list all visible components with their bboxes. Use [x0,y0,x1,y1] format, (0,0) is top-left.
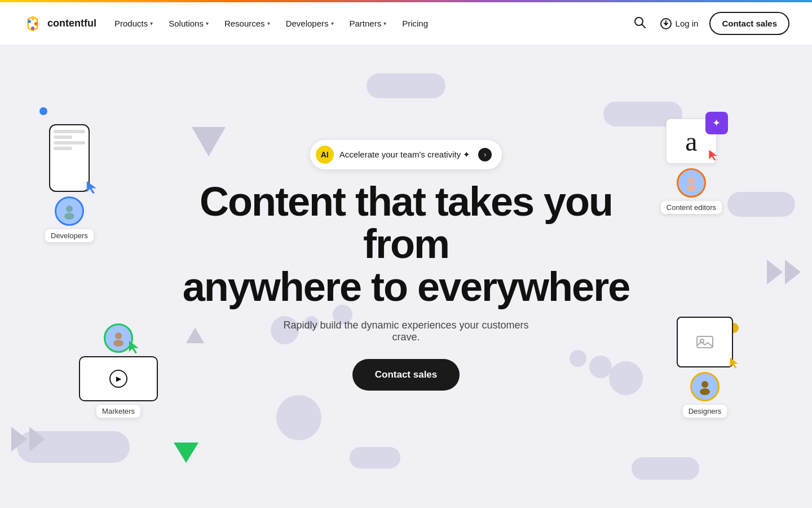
designers-float: Designers [677,317,733,418]
svg-point-10 [66,205,73,212]
login-button[interactable]: Log in [660,17,699,30]
svg-point-13 [688,177,695,184]
hero-section: Developers a ✦ [0,45,812,508]
hero-title: Content that takes you from anywhere to … [175,181,637,309]
login-icon [660,17,672,30]
svg-point-22 [700,388,710,395]
cursor-yellow-icon [729,356,742,372]
search-button[interactable] [632,14,648,33]
svg-marker-12 [709,150,717,160]
svg-marker-17 [129,341,139,353]
contact-sales-nav-button[interactable]: Contact sales [709,12,789,35]
hero-subtitle: Rapidly build the dynamic experiences yo… [276,319,536,343]
chevron-down-icon: ▾ [331,20,334,27]
search-icon [634,16,646,29]
designers-label: Designers [683,405,727,418]
svg-point-15 [115,332,122,339]
nav-solutions[interactable]: Solutions ▾ [169,19,209,28]
deco-pill-right [727,192,795,217]
svg-point-16 [113,340,123,347]
developer-avatar [55,196,84,226]
svg-point-14 [686,185,696,191]
logo-icon [23,14,43,34]
hero-content: AI Accelerate your team's creativity ✦ ›… [164,129,648,402]
logo-text: contentful [47,17,96,29]
chevron-down-icon: ▾ [206,20,209,27]
svg-point-4 [32,18,34,20]
nav-left: contentful Products ▾ Solutions ▾ Resour… [23,14,428,34]
logo[interactable]: contentful [23,14,96,34]
svg-point-3 [31,27,34,30]
deco-pill-top [367,73,445,98]
main-nav: contentful Products ▾ Solutions ▾ Resour… [0,2,812,45]
image-mockup [677,317,733,367]
content-editors-float: a ✦ [661,119,722,214]
svg-rect-18 [697,336,713,348]
hero-cta-button[interactable]: Contact sales [352,359,460,391]
cursor-green-icon [127,339,143,357]
designer-avatar [690,372,720,401]
nav-resources[interactable]: Resources ▾ [224,19,270,28]
developers-label: Developers [45,229,94,242]
ai-label: AI [316,146,334,164]
nav-partners[interactable]: Partners ▾ [350,19,387,28]
chevron-down-icon: ▾ [383,20,386,27]
marketers-float: ▶ Marketers [79,323,158,418]
video-mockup: ▶ [79,356,158,401]
content-editors-label: Content editors [661,201,722,214]
cursor-red-icon [708,137,721,168]
svg-point-2 [34,22,38,25]
nav-products[interactable]: Products ▾ [114,19,153,28]
deco-pill-bottom-right [632,457,699,480]
content-editor-avatar [677,168,706,198]
nav-developers[interactable]: Developers ▾ [286,19,334,28]
ai-badge-arrow: › [478,148,492,161]
ai-sparkle-button: ✦ [705,112,728,134]
deco-circle-blue [39,107,47,115]
svg-marker-20 [730,357,738,368]
svg-point-1 [28,20,31,23]
svg-line-6 [642,25,645,28]
developers-float: Developers [45,124,94,242]
deco-double-chevron-left [11,427,45,452]
ai-badge[interactable]: AI Accelerate your team's creativity ✦ › [310,140,502,169]
marketers-label: Marketers [96,405,140,418]
ai-badge-text: Accelerate your team's creativity ✦ [339,150,471,160]
svg-point-21 [701,381,708,388]
phone-mockup [49,124,90,192]
nav-pricing[interactable]: Pricing [402,19,428,28]
deco-double-chevron-right [767,260,801,284]
deco-pill-bottom [350,447,400,468]
nav-links: Products ▾ Solutions ▾ Resources ▾ Devel… [114,19,428,28]
deco-triangle-down-green [174,443,198,463]
chevron-down-icon: ▾ [150,20,153,27]
play-button: ▶ [109,370,127,388]
chevron-down-icon: ▾ [267,20,270,27]
nav-right: Log in Contact sales [632,12,789,35]
svg-point-11 [64,213,74,220]
svg-marker-9 [87,181,96,194]
cursor-blue-icon [85,179,101,198]
